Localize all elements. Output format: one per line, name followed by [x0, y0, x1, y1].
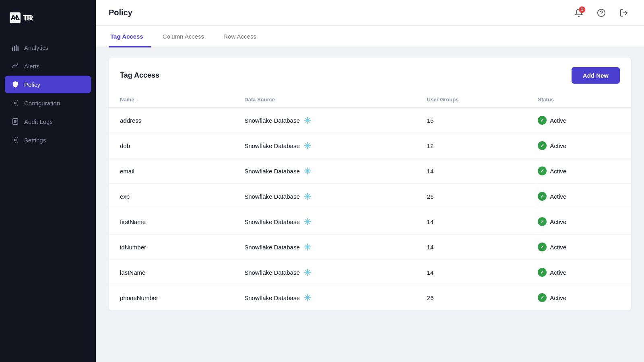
cell-status: Active: [526, 209, 631, 234]
svg-rect-6: [16, 45, 17, 51]
cell-status: Active: [526, 158, 631, 184]
svg-point-41: [307, 173, 308, 174]
analytics-icon: [11, 43, 19, 51]
cell-name: phoneNumber: [109, 285, 233, 311]
table-row[interactable]: firstName Snowflake Database: [109, 209, 631, 234]
svg-point-60: [304, 221, 305, 222]
svg-point-87: [304, 297, 305, 298]
cell-data-source: Snowflake Database: [233, 234, 415, 260]
cell-user-groups: 14: [416, 158, 527, 184]
sidebar-item-policy[interactable]: Policy: [5, 76, 91, 93]
svg-point-69: [304, 247, 305, 247]
svg-point-8: [14, 102, 17, 104]
sidebar-item-audit-logs[interactable]: Audit Logs: [5, 113, 91, 130]
svg-point-67: [307, 243, 308, 244]
table-row[interactable]: idNumber Snowflake Database: [109, 234, 631, 260]
status-active-icon: [538, 141, 547, 150]
sidebar-item-audit-logs-label: Audit Logs: [24, 118, 53, 125]
table-row[interactable]: phoneNumber Snowflake Database: [109, 285, 631, 311]
cell-status: Active: [526, 184, 631, 209]
cell-user-groups: 14: [416, 234, 527, 260]
svg-point-77: [307, 275, 308, 276]
col-header-name: Name ↓: [109, 92, 233, 108]
cell-user-groups: 14: [416, 209, 527, 234]
alerts-icon: [11, 62, 19, 70]
sort-arrow-name[interactable]: ↓: [136, 97, 139, 103]
snowflake-icon: [304, 269, 311, 276]
status-label: Active: [550, 193, 566, 200]
svg-rect-5: [14, 46, 15, 51]
page-title: Policy: [109, 8, 132, 17]
logout-button[interactable]: [617, 6, 631, 20]
audit-logs-icon: [11, 117, 19, 125]
card-title: Tag Access: [120, 71, 159, 80]
svg-rect-7: [17, 46, 19, 51]
svg-point-51: [304, 196, 305, 197]
cell-status: Active: [526, 108, 631, 133]
settings-icon: [11, 136, 19, 144]
tab-column-access[interactable]: Column Access: [161, 26, 212, 47]
table-row[interactable]: address Snowflake Database: [109, 108, 631, 133]
sidebar-item-configuration[interactable]: Configuration: [5, 94, 91, 112]
svg-point-68: [307, 249, 308, 250]
snowflake-icon: [304, 218, 311, 225]
status-label: Active: [550, 168, 566, 175]
logout-icon: [619, 8, 628, 17]
cell-user-groups: 26: [416, 184, 527, 209]
svg-text:TR: TR: [24, 14, 33, 22]
sidebar-item-alerts[interactable]: Alerts: [5, 57, 91, 75]
svg-rect-4: [12, 47, 13, 51]
svg-point-24: [304, 120, 305, 121]
svg-point-25: [310, 120, 311, 121]
sidebar-item-analytics-label: Analytics: [24, 44, 48, 51]
status-active-icon: [538, 243, 547, 251]
table-row[interactable]: lastName Snowflake Database: [109, 260, 631, 285]
sidebar: AL TR TR Analytics Alerts Policy: [0, 0, 96, 362]
svg-point-59: [307, 224, 308, 225]
cell-status: Active: [526, 234, 631, 260]
svg-point-13: [14, 139, 17, 141]
policy-icon: [11, 80, 19, 88]
tabs-bar: Tag Access Column Access Row Access: [96, 26, 644, 48]
cell-status: Active: [526, 260, 631, 285]
card-header: Tag Access Add New: [109, 58, 631, 92]
snowflake-icon: [304, 294, 311, 301]
tab-tag-access[interactable]: Tag Access: [109, 26, 151, 47]
cell-user-groups: 12: [416, 133, 527, 158]
svg-point-57: [307, 221, 308, 222]
cell-data-source: Snowflake Database: [233, 260, 415, 285]
cell-status: Active: [526, 133, 631, 158]
status-active-icon: [538, 293, 547, 302]
snowflake-icon: [304, 167, 311, 175]
tag-access-card: Tag Access Add New Name ↓ Data Source Us…: [109, 58, 631, 311]
svg-point-30: [307, 145, 308, 146]
cell-name: dob: [109, 133, 233, 158]
cell-user-groups: 14: [416, 260, 527, 285]
header: Policy 1: [96, 0, 644, 26]
status-label: Active: [550, 218, 566, 225]
cell-data-source: Snowflake Database: [233, 133, 415, 158]
notification-button[interactable]: 1: [572, 6, 586, 20]
add-new-button[interactable]: Add New: [572, 67, 620, 84]
cell-data-source: Snowflake Database: [233, 184, 415, 209]
sidebar-item-analytics[interactable]: Analytics: [5, 39, 91, 56]
table-row[interactable]: email Snowflake Database: [109, 158, 631, 184]
col-header-user-groups: User Groups: [416, 92, 527, 108]
svg-point-23: [307, 123, 308, 123]
table-row[interactable]: exp Snowflake Database: [109, 184, 631, 209]
tab-row-access[interactable]: Row Access: [222, 26, 264, 47]
help-button[interactable]: [594, 6, 609, 20]
status-active-icon: [538, 192, 547, 201]
svg-point-50: [307, 199, 308, 200]
table-row[interactable]: dob Snowflake Database: [109, 133, 631, 158]
sidebar-item-configuration-label: Configuration: [24, 100, 60, 107]
svg-point-79: [310, 272, 311, 273]
tag-access-table: Name ↓ Data Source User Groups Status ad…: [109, 92, 631, 311]
sidebar-item-settings[interactable]: Settings: [5, 131, 91, 149]
cell-name: exp: [109, 184, 233, 209]
status-active-icon: [538, 116, 547, 125]
sidebar-item-alerts-label: Alerts: [24, 63, 39, 70]
svg-point-33: [304, 145, 305, 146]
svg-point-61: [310, 221, 311, 222]
cell-data-source: Snowflake Database: [233, 158, 415, 184]
